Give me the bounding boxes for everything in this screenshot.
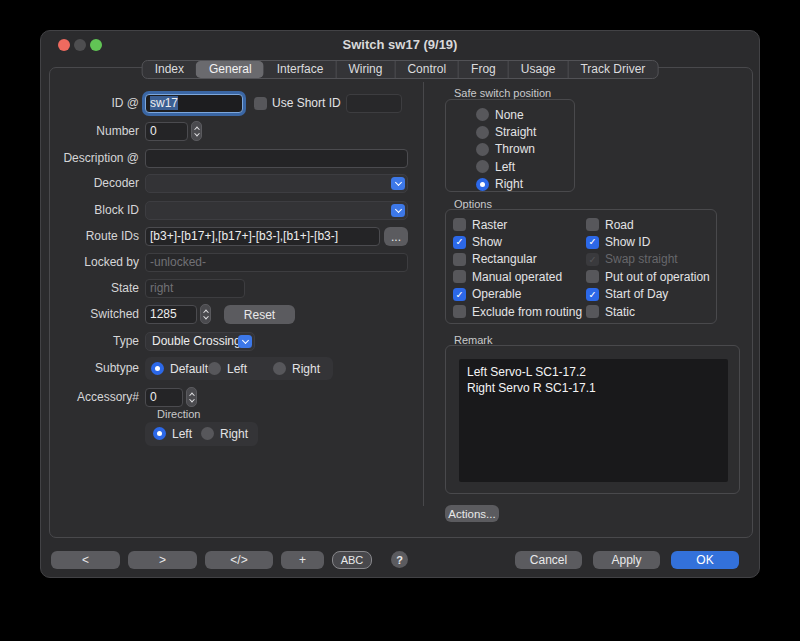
- prev-button[interactable]: <: [51, 551, 120, 569]
- safe-switch-position-group: None Straight Thrown Left Right: [445, 99, 575, 192]
- switched-input[interactable]: 1285: [145, 305, 197, 324]
- tab-frog[interactable]: Frog: [458, 61, 508, 78]
- use-short-id-checkbox[interactable]: [254, 97, 267, 110]
- option-start-of-day[interactable]: Start of Day: [586, 286, 716, 303]
- option-show[interactable]: Show: [453, 233, 586, 250]
- tab-index[interactable]: Index: [143, 61, 196, 78]
- option-operable[interactable]: Operable: [453, 286, 586, 303]
- subtype-option-default[interactable]: Default: [151, 362, 208, 375]
- id-row: ID @ sw17 Use Short ID: [50, 94, 752, 113]
- route-ids-input[interactable]: [b3+]-[b17+],[b17+]-[b3-],[b1+]-[b3-]: [145, 227, 380, 246]
- option-put-out-of-operation[interactable]: Put out of operation: [586, 268, 716, 285]
- subtype-label: Subtype: [50, 357, 139, 380]
- tab-bar: Index General Interface Wiring Control F…: [142, 60, 659, 79]
- route-ids-browse-button[interactable]: ...: [384, 227, 408, 246]
- tab-interface[interactable]: Interface: [264, 61, 336, 78]
- accessory-stepper[interactable]: [186, 387, 197, 407]
- option-exclude-from-routing[interactable]: Exclude from routing: [453, 303, 586, 320]
- actions-button[interactable]: Actions...: [445, 505, 499, 522]
- chevron-down-icon[interactable]: [238, 335, 252, 348]
- state-label: State: [50, 279, 139, 298]
- safe-option-straight[interactable]: Straight: [476, 123, 574, 140]
- stepper-down-icon: [189, 396, 195, 402]
- direction-option-right[interactable]: Right: [201, 427, 248, 440]
- subtype-radiogroup: Default Left Right: [145, 357, 333, 380]
- reset-button[interactable]: Reset: [224, 305, 295, 324]
- route-ids-label: Route IDs: [50, 227, 139, 246]
- safe-option-none[interactable]: None: [476, 106, 574, 123]
- ok-button[interactable]: OK: [671, 551, 739, 569]
- state-input: right: [145, 279, 245, 298]
- direction-label: Direction: [157, 408, 200, 420]
- option-raster[interactable]: Raster: [453, 216, 586, 233]
- option-swap-straight: Swap straight: [586, 251, 716, 268]
- type-label: Type: [50, 332, 139, 351]
- id-label: ID @: [50, 94, 139, 113]
- dialog-window: Switch sw17 (9/19) Index General Interfa…: [40, 30, 760, 578]
- number-row: Number 0: [50, 122, 752, 141]
- remark-group: Left Servo-L SC1-17.2 Right Servo R SC1-…: [445, 345, 740, 494]
- help-button[interactable]: ?: [391, 551, 408, 568]
- stepper-down-icon: [203, 313, 209, 319]
- option-show-id[interactable]: Show ID: [586, 233, 716, 250]
- description-label: Description @: [50, 149, 139, 168]
- direction-option-left[interactable]: Left: [153, 427, 192, 440]
- direction-radiogroup: Left Right: [145, 422, 258, 446]
- chevron-down-icon[interactable]: [391, 177, 405, 190]
- decoder-row: Decoder: [50, 174, 752, 193]
- safe-option-right[interactable]: Right: [476, 176, 574, 193]
- type-popup[interactable]: Double Crossing: [145, 332, 255, 351]
- options-group: Raster Show Rectangular Manual operated …: [445, 209, 717, 324]
- decoder-combobox[interactable]: [145, 174, 408, 193]
- locked-by-input: -unlocked-: [145, 253, 408, 272]
- tab-usage[interactable]: Usage: [508, 61, 568, 78]
- tab-general[interactable]: General: [196, 61, 264, 78]
- window-title: Switch sw17 (9/19): [41, 31, 759, 59]
- number-label: Number: [50, 122, 139, 141]
- subtype-option-right[interactable]: Right: [273, 362, 320, 375]
- id-input[interactable]: sw17: [145, 94, 243, 113]
- decoder-label: Decoder: [50, 174, 139, 193]
- block-id-combobox[interactable]: [145, 201, 408, 220]
- remark-textarea[interactable]: Left Servo-L SC1-17.2 Right Servo R SC1-…: [459, 359, 728, 482]
- description-row: Description @: [50, 149, 752, 168]
- xml-button[interactable]: </>: [205, 551, 273, 569]
- add-button[interactable]: +: [281, 551, 324, 569]
- number-input[interactable]: 0: [145, 122, 188, 141]
- option-static[interactable]: Static: [586, 303, 716, 320]
- stepper-down-icon: [194, 130, 200, 136]
- chevron-down-icon[interactable]: [391, 204, 405, 217]
- accessory-label: Accessory#: [50, 388, 139, 407]
- accessory-input[interactable]: 0: [145, 388, 183, 407]
- apply-button[interactable]: Apply: [593, 551, 660, 569]
- use-short-id-label: Use Short ID: [272, 94, 341, 113]
- subtype-option-left[interactable]: Left: [208, 362, 247, 375]
- tab-track-driver[interactable]: Track Driver: [567, 61, 657, 78]
- titlebar[interactable]: Switch sw17 (9/19): [41, 31, 759, 59]
- switched-label: Switched: [50, 305, 139, 324]
- tab-control[interactable]: Control: [394, 61, 458, 78]
- option-manual-operated[interactable]: Manual operated: [453, 268, 586, 285]
- locked-by-label: Locked by: [50, 253, 139, 272]
- number-stepper[interactable]: [191, 121, 202, 141]
- general-tab-panel: ID @ sw17 Use Short ID Number 0 Descript…: [49, 67, 753, 538]
- safe-option-left[interactable]: Left: [476, 158, 574, 175]
- switched-stepper[interactable]: [200, 304, 211, 324]
- block-id-label: Block ID: [50, 201, 139, 220]
- next-button[interactable]: >: [128, 551, 197, 569]
- option-rectangular[interactable]: Rectangular: [453, 251, 586, 268]
- safe-switch-position-title: Safe switch position: [454, 87, 551, 99]
- tab-wiring[interactable]: Wiring: [335, 61, 394, 78]
- abc-button[interactable]: ABC: [332, 551, 372, 569]
- safe-option-thrown[interactable]: Thrown: [476, 141, 574, 158]
- column-divider: [423, 82, 424, 506]
- short-id-input[interactable]: [346, 94, 402, 113]
- description-input[interactable]: [145, 149, 408, 168]
- option-road[interactable]: Road: [586, 216, 716, 233]
- cancel-button[interactable]: Cancel: [515, 551, 582, 569]
